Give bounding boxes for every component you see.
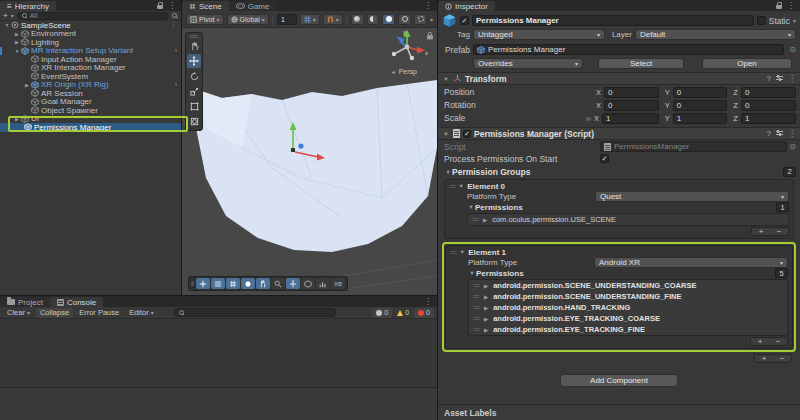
process-permissions-checkbox[interactable]: ✓	[600, 154, 609, 163]
hierarchy-item-ar-session[interactable]: AR Session	[0, 89, 181, 98]
permissions-manager-component-header[interactable]: ▼ ✓ Permissions Manager (Script) ? ⋮	[438, 127, 800, 140]
hierarchy-item-ui[interactable]: ▶ UI	[0, 115, 181, 124]
open-button[interactable]: Open	[702, 58, 792, 69]
hierarchy-item-input-action-manager[interactable]: Input Action Manager	[0, 55, 181, 64]
foldout-icon[interactable]: ▶	[482, 283, 490, 289]
foldout-icon[interactable]: ▼	[442, 76, 450, 82]
element-1-permissions-row[interactable]: ▼ Permissions 5	[448, 268, 790, 278]
foldout-icon[interactable]: ▶	[23, 82, 31, 88]
xr-grab-button[interactable]	[256, 278, 270, 289]
element-0-permissions-row[interactable]: ▼ Permissions 1	[447, 202, 791, 212]
info-count-toggle[interactable]: 0	[372, 308, 392, 318]
tab-inspector[interactable]: Inspector	[438, 1, 495, 11]
hierarchy-item-goal-manager[interactable]: Goal Manager	[0, 98, 181, 107]
drag-handle-icon[interactable]: ==	[473, 315, 479, 322]
foldout-icon[interactable]: ▼	[13, 48, 21, 54]
drag-handle-icon[interactable]: ==	[473, 326, 479, 333]
constrain-proportions-icon[interactable]: ∞	[586, 115, 591, 122]
add-permission-button[interactable]: +	[751, 338, 769, 345]
xr-xb-button[interactable]: XB	[331, 278, 345, 289]
active-checkbox[interactable]: ✓	[460, 16, 469, 25]
warning-count-toggle[interactable]: 0	[393, 308, 413, 318]
component-enabled-checkbox[interactable]: ✓	[463, 130, 471, 138]
static-checkbox[interactable]	[757, 16, 766, 25]
foldout-icon[interactable]: ▶	[482, 305, 490, 311]
scale-z-field[interactable]: 1	[741, 113, 796, 124]
xr-stats-button[interactable]	[316, 278, 330, 289]
position-x-field[interactable]: 0	[604, 87, 659, 98]
foldout-icon[interactable]: ▶	[13, 116, 21, 122]
snap-increment-button[interactable]: ▾	[323, 14, 343, 25]
kebab-menu-icon[interactable]: ⋮	[788, 76, 796, 82]
lock-icon[interactable]	[776, 5, 782, 9]
scale-y-field[interactable]: 1	[673, 113, 728, 124]
help-icon[interactable]: ?	[767, 74, 771, 83]
console-search-input[interactable]	[174, 308, 336, 317]
hierarchy-item-permissions-manager[interactable]: Permissions Manager	[0, 123, 181, 132]
tag-dropdown[interactable]: Untagged▾	[473, 29, 605, 40]
asset-labels-bar[interactable]: Asset Labels	[438, 404, 800, 420]
foldout-icon[interactable]: ▼	[442, 131, 450, 137]
hierarchy-item-object-spawner[interactable]: Object Spawner	[0, 106, 181, 115]
layer-dropdown[interactable]: Default▾	[635, 29, 796, 40]
tab-scene[interactable]: Scene	[182, 1, 229, 11]
lock-icon[interactable]	[157, 5, 163, 9]
clear-button[interactable]: Clear ▾	[3, 308, 34, 318]
scale-x-field[interactable]: 1	[602, 113, 659, 124]
foldout-icon[interactable]: ▼	[468, 270, 476, 276]
pivot-toggle-button[interactable]: Pivot ▾	[186, 14, 224, 25]
hierarchy-item-lighting[interactable]: ▶ Lighting	[0, 38, 181, 47]
foldout-icon[interactable]: ▶	[481, 217, 489, 223]
shaded-mode-button[interactable]	[351, 14, 364, 25]
scene-kebab-icon[interactable]: ⋮	[170, 21, 181, 29]
permission-groups-row[interactable]: ▼ Permission Groups 2	[444, 166, 796, 177]
kebab-menu-icon[interactable]: ⋮	[424, 3, 432, 9]
hierarchy-search-input[interactable]: All	[17, 12, 169, 20]
script-object-field[interactable]: PermissionsManager	[600, 141, 787, 152]
toolstrip-drag-handle[interactable]	[187, 34, 201, 38]
rect-tool[interactable]	[187, 99, 201, 113]
tab-game[interactable]: Game	[229, 1, 277, 11]
hierarchy-item-environment[interactable]: ▶ Environment	[0, 30, 181, 39]
rotation-y-field[interactable]: 0	[673, 100, 728, 111]
view-hand-tool[interactable]	[187, 39, 201, 53]
xr-translate-button[interactable]	[286, 278, 300, 289]
effects-button[interactable]	[398, 14, 411, 25]
gameobject-name-field[interactable]: Permissions Manager	[472, 15, 754, 26]
hierarchy-item-xr-interaction-manager[interactable]: XR Interaction Manager	[0, 64, 181, 73]
transform-tool[interactable]	[187, 114, 201, 128]
permissions-size-field[interactable]: 1	[776, 202, 789, 212]
toolbar-drag-handle[interactable]: ‖	[191, 280, 194, 287]
tab-project[interactable]: Project	[0, 297, 50, 307]
permission-item[interactable]: == ▶ android.permission.SCENE_UNDERSTAND…	[469, 291, 787, 302]
permission-item[interactable]: == ▶ android.permission.EYE_TRACKING_FIN…	[469, 324, 787, 335]
prefab-open-chevron[interactable]: ›	[175, 81, 181, 88]
position-z-field[interactable]: 0	[741, 87, 796, 98]
console-log-area[interactable]	[0, 319, 437, 386]
kebab-menu-icon[interactable]: ⋮	[424, 299, 432, 305]
create-dropdown-icon[interactable]: ▾	[11, 12, 14, 19]
foldout-icon[interactable]: ▶	[482, 316, 490, 322]
persp-label[interactable]: ◄ Persp	[391, 68, 417, 75]
xr-grid-button[interactable]	[226, 278, 240, 289]
overrides-dropdown[interactable]: Overrides▾	[473, 58, 583, 69]
select-button[interactable]: Select	[598, 58, 684, 69]
static-dropdown-icon[interactable]: ▾	[793, 17, 796, 24]
drag-handle-icon[interactable]: ==	[450, 249, 456, 256]
remove-permission-button[interactable]: −	[769, 338, 787, 345]
transform-component-header[interactable]: ▼ Transform ? ⋮	[438, 72, 800, 85]
foldout-icon[interactable]: ▼	[3, 22, 11, 28]
grid-snap-button[interactable]: ▾	[300, 14, 320, 25]
scene-lighting-button[interactable]	[367, 14, 380, 25]
hierarchy-item-mr-interaction-setup[interactable]: ▼ MR Interaction Setup Variant ›	[0, 47, 181, 56]
element-0-header[interactable]: == ▼ Element 0	[447, 181, 791, 191]
error-count-toggle[interactable]: 0	[414, 308, 434, 318]
hierarchy-item-samplescene[interactable]: ▼ SampleScene ⋮	[0, 21, 181, 30]
scale-tool[interactable]	[187, 84, 201, 98]
effects-dropdown-icon[interactable]: ▾	[430, 16, 433, 23]
editor-dropdown[interactable]: Editor ▾	[125, 308, 158, 318]
foldout-icon[interactable]: ▶	[13, 39, 21, 45]
permission-item[interactable]: == ▶ android.permission.SCENE_UNDERSTAND…	[469, 280, 787, 291]
xr-cube-button[interactable]	[301, 278, 315, 289]
add-component-button[interactable]: Add Component	[560, 374, 678, 387]
